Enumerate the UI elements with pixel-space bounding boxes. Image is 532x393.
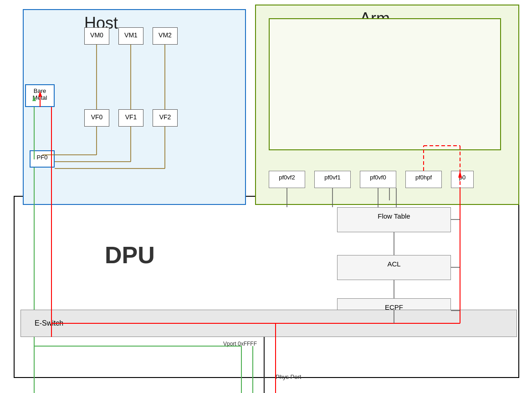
pf0vf2-box: pf0vf2 (269, 171, 305, 188)
vm1-box: VM1 (118, 27, 143, 45)
pf0hpf-box: pf0hpf (405, 171, 442, 188)
acl-label: ACL (387, 260, 400, 268)
eswitch-box: E-Switch (20, 310, 517, 337)
vf1-box: VF1 (118, 109, 143, 127)
phys-port-label: Phys Port (276, 373, 301, 380)
flow-table-label: Flow Table (378, 212, 410, 220)
acl-box: ACL (337, 255, 451, 280)
diagram: DPU Host Arm vS Open (0, 0, 532, 393)
pf0vf0-box: pf0vf0 (360, 171, 396, 188)
vf0-box: VF0 (84, 109, 109, 127)
vm0-box: VM0 (84, 27, 109, 45)
eswitch-label: E-Switch (35, 319, 63, 327)
pf0-box: PF0 (30, 150, 55, 168)
vport-label: Vport 0xFFFF (223, 341, 257, 347)
p0-box: p0 (451, 171, 474, 188)
bare-metal-box: BareMetal (25, 84, 55, 107)
flow-table-box: Flow Table (337, 207, 451, 232)
pf0vf1-box: pf0vf1 (314, 171, 351, 188)
dpu-label: DPU (105, 241, 155, 269)
vm2-box: VM2 (153, 27, 178, 45)
ovs-box: vS Open vSwitch (269, 18, 501, 150)
vf2-box: VF2 (153, 109, 178, 127)
